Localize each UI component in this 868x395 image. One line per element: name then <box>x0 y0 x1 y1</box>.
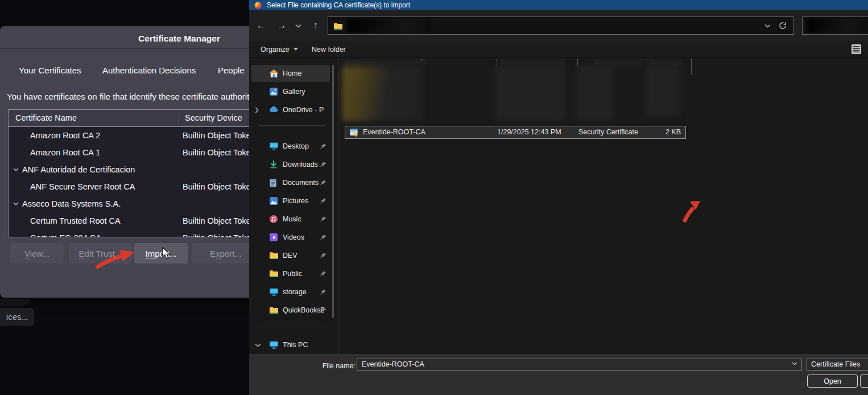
file-name-dropdown-chevron-icon[interactable] <box>792 362 797 365</box>
sidebar-item-label: This PC <box>283 341 324 349</box>
sidebar-item-label: Music <box>283 215 324 223</box>
view-button[interactable]: View... <box>10 243 64 264</box>
group-collapse-chevron-icon[interactable] <box>13 195 20 212</box>
redacted-file-row <box>576 66 613 121</box>
sidebar-item-label: Desktop <box>283 142 324 150</box>
edit-trust-button[interactable]: Edit Trust... <box>69 243 132 264</box>
file-row-selected[interactable]: Eventide-ROOT-CA 1/29/2025 12:43 PM Secu… <box>345 126 686 139</box>
redacted-column-header <box>594 59 642 65</box>
open-button[interactable]: Open <box>807 375 858 388</box>
this-pc-icon <box>269 340 279 350</box>
collapse-chevron-icon[interactable] <box>255 343 262 347</box>
certificate-name: Certum Trusted Root CA <box>30 212 121 229</box>
pin-icon <box>320 198 326 204</box>
folder-icon <box>269 269 279 279</box>
sidebar-item-gallery[interactable]: Gallery <box>251 83 330 100</box>
file-name: Eventide-ROOT-CA <box>363 126 425 138</box>
import-button[interactable]: Import... <box>134 243 188 264</box>
sidebar-item-this-pc[interactable]: This PC <box>251 336 330 353</box>
redacted-file-row <box>646 66 680 116</box>
sidebar-item-downloads[interactable]: Downloads <box>251 156 330 173</box>
dialog-title: Select File containing CA certificate(s)… <box>267 1 410 9</box>
sidebar-item-quickbooksd[interactable]: QuickBooksD <box>251 302 330 319</box>
file-date-modified: 1/29/2025 12:43 PM <box>497 126 561 138</box>
file-type: Security Certificate <box>578 126 638 138</box>
sidebar-item-music[interactable]: Music <box>251 211 330 228</box>
tab-people[interactable]: People <box>218 64 245 77</box>
new-folder-button[interactable]: New folder <box>312 41 346 57</box>
tab-your-certificates[interactable]: Your Certificates <box>19 64 81 77</box>
sidebar-item-home[interactable]: Home <box>251 65 330 82</box>
pin-icon <box>320 307 326 314</box>
certificate-row[interactable]: Certum Trusted Root CABuiltin Object Tok… <box>9 212 249 229</box>
forward-button[interactable]: → <box>273 10 290 41</box>
sidebar-item-label: Documents <box>283 179 324 187</box>
sidebar-item-onedrive[interactable]: OneDrive - Personal <box>251 101 330 118</box>
address-dropdown-chevron-icon[interactable] <box>764 24 771 28</box>
export-button[interactable]: Export... <box>192 243 249 264</box>
dialog-titlebar[interactable]: Select File containing CA certificate(s)… <box>249 0 868 10</box>
file-name-input[interactable]: Eventide-ROOT-CA <box>357 359 802 371</box>
certificate-table: Certificate Name Security Device Amazon … <box>8 109 249 237</box>
organize-button[interactable]: Organize <box>261 41 298 57</box>
certificate-row[interactable]: ANF Secure Server Root CABuiltin Object … <box>9 178 249 195</box>
tab-authentication-decisions[interactable]: Authentication Decisions <box>102 64 196 77</box>
certificate-row[interactable]: Amazon Root CA 2Builtin Object Token <box>9 127 249 144</box>
security-device: Builtin Object Token <box>183 178 249 195</box>
certificate-row[interactable]: Asseco Data Systems S.A. <box>9 195 249 212</box>
file-name-label: File name: <box>319 362 356 370</box>
annotation-arrow-to-file <box>680 200 702 223</box>
cancel-button-partial[interactable] <box>860 375 868 388</box>
column-certificate-name[interactable]: Certificate Name <box>15 110 77 126</box>
sidebar-item-pictures[interactable]: Pictures <box>251 192 330 209</box>
column-divider <box>691 59 692 75</box>
sidebar-item-videos[interactable]: Videos <box>251 229 330 246</box>
sidebar-item-label: Home <box>283 69 324 77</box>
certificate-table-body: Amazon Root CA 2Builtin Object TokenAmaz… <box>9 127 249 237</box>
sidebar-item-desktop[interactable]: Desktop <box>251 138 330 155</box>
file-list-pane: ^ Eventide-ROOT-CA 1/29/2025 12:43 PM Se… <box>338 58 868 354</box>
sidebar-item-storage[interactable]: storage <box>251 283 330 301</box>
file-size: 2 KB <box>666 126 681 138</box>
details-view-icon[interactable] <box>852 44 861 54</box>
certificates-description: You have certificates on file that ident… <box>7 92 249 101</box>
sidebar-item-label: Gallery <box>283 88 324 96</box>
address-bar[interactable] <box>328 17 794 35</box>
security-device: Builtin Object Token <box>183 229 249 237</box>
up-button[interactable]: ↑ <box>307 10 324 41</box>
monitor-icon <box>269 287 279 297</box>
organize-label: Organize <box>261 46 290 54</box>
search-box[interactable] <box>802 17 868 35</box>
documents-icon <box>269 178 279 188</box>
file-type-value: Certificate Files <box>811 359 860 370</box>
column-divider <box>179 112 179 124</box>
certificate-row[interactable]: Amazon Root CA 1Builtin Object Token <box>9 144 249 161</box>
recent-locations-chevron-icon[interactable] <box>292 10 304 41</box>
column-divider <box>647 59 647 66</box>
certificate-table-header: Certificate Name Security Device <box>9 110 249 127</box>
sidebar-item-label: Videos <box>283 233 324 241</box>
gallery-icon <box>269 87 279 97</box>
certificate-row[interactable]: Certum EC-384 CABuiltin Object Token <box>9 229 249 237</box>
certificate-row[interactable]: ANF Autoridad de Certificacion <box>9 161 249 178</box>
pin-icon <box>320 179 326 186</box>
group-collapse-chevron-icon[interactable] <box>13 161 20 178</box>
sidebar-scrollbar[interactable] <box>332 65 334 318</box>
expand-chevron-icon[interactable] <box>255 107 262 113</box>
folder-icon <box>269 251 279 261</box>
pin-icon <box>320 216 326 223</box>
sidebar-item-documents[interactable]: Documents <box>251 174 330 191</box>
sidebar-item-dev[interactable]: DEV <box>251 247 330 264</box>
sidebar-item-label: QuickBooksD <box>283 306 324 314</box>
security-devices-button-partial[interactable]: ices... <box>0 308 34 326</box>
sidebar-item-public[interactable]: Public <box>251 265 330 282</box>
column-security-device[interactable]: Security Device <box>185 110 242 126</box>
sidebar-item-label: Pictures <box>283 197 324 205</box>
divider <box>0 84 249 84</box>
monitor-icon <box>269 142 279 151</box>
file-type-select[interactable]: Certificate Files <box>807 359 868 371</box>
column-divider <box>497 59 497 66</box>
refresh-icon[interactable] <box>779 22 787 30</box>
pin-icon <box>320 161 326 168</box>
back-button[interactable]: ← <box>253 10 270 41</box>
